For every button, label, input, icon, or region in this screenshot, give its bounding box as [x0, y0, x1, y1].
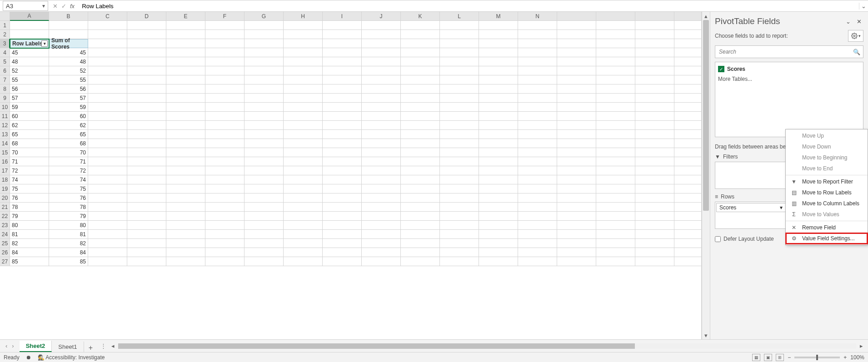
cell[interactable]	[205, 184, 244, 193]
cell[interactable]	[127, 221, 166, 230]
cell[interactable]	[323, 103, 362, 112]
cell[interactable]	[323, 57, 362, 66]
row-header[interactable]: 23	[0, 221, 10, 230]
cell[interactable]	[244, 84, 284, 94]
cell[interactable]	[205, 203, 244, 212]
cell[interactable]	[557, 30, 596, 39]
cell[interactable]	[401, 257, 440, 266]
rows-dropzone[interactable]: Scores▾	[715, 202, 787, 229]
cell-a21[interactable]: 78	[10, 203, 49, 212]
column-header[interactable]	[557, 12, 596, 21]
cell[interactable]	[323, 212, 362, 221]
cell[interactable]	[244, 130, 284, 139]
cell[interactable]	[362, 94, 401, 103]
cell[interactable]	[88, 103, 127, 112]
cell[interactable]	[635, 175, 674, 184]
cell[interactable]	[362, 230, 401, 239]
cell-b11[interactable]: 60	[49, 112, 88, 121]
cell[interactable]	[557, 39, 596, 48]
cell-a7[interactable]: 55	[10, 75, 49, 84]
cell[interactable]	[440, 121, 479, 130]
cell-b12[interactable]: 62	[49, 121, 88, 130]
cell[interactable]	[284, 130, 323, 139]
cell[interactable]	[674, 166, 702, 175]
cell[interactable]	[362, 75, 401, 84]
cell[interactable]	[323, 175, 362, 184]
cell[interactable]	[596, 184, 635, 193]
cell[interactable]	[127, 84, 166, 94]
cell[interactable]	[166, 112, 205, 121]
cell[interactable]	[166, 84, 205, 94]
cell[interactable]	[88, 66, 127, 75]
cell-b18[interactable]: 74	[49, 175, 88, 184]
row-header[interactable]: 25	[0, 239, 10, 248]
cell[interactable]	[127, 230, 166, 239]
cell[interactable]	[205, 48, 244, 57]
cell[interactable]	[323, 166, 362, 175]
menu-value-field-settings[interactable]: ⚙Value Field Settings...	[786, 233, 868, 244]
cell[interactable]	[166, 21, 205, 30]
cell[interactable]	[284, 39, 323, 48]
cell-a23[interactable]: 80	[10, 221, 49, 230]
row-header[interactable]: 15	[0, 148, 10, 157]
cell[interactable]	[244, 184, 284, 193]
scroll-right-icon[interactable]: ▸	[857, 342, 865, 349]
cell[interactable]	[323, 121, 362, 130]
cell[interactable]	[557, 75, 596, 84]
row-header[interactable]: 13	[0, 130, 10, 139]
row-header[interactable]: 21	[0, 203, 10, 212]
cell[interactable]	[166, 57, 205, 66]
cell[interactable]	[674, 221, 702, 230]
cell[interactable]	[674, 21, 702, 30]
cell[interactable]	[88, 221, 127, 230]
cell-a22[interactable]: 79	[10, 212, 49, 221]
cell[interactable]	[88, 184, 127, 193]
cell[interactable]	[479, 230, 518, 239]
column-header[interactable]: M	[479, 12, 518, 21]
zoom-in-icon[interactable]: +	[843, 354, 847, 361]
cell[interactable]	[518, 21, 557, 30]
column-header[interactable]	[674, 12, 702, 21]
cell[interactable]	[284, 57, 323, 66]
cell[interactable]	[362, 221, 401, 230]
cell[interactable]	[401, 193, 440, 203]
cell[interactable]	[557, 175, 596, 184]
cell[interactable]	[635, 103, 674, 112]
cell-a27[interactable]: 85	[10, 257, 49, 266]
page-break-view-icon[interactable]: ⊞	[776, 354, 784, 361]
cell[interactable]	[596, 66, 635, 75]
cell[interactable]	[362, 193, 401, 203]
cell[interactable]	[479, 112, 518, 121]
cell[interactable]	[127, 184, 166, 193]
row-header[interactable]: 18	[0, 175, 10, 184]
cell[interactable]	[596, 212, 635, 221]
cell-a26[interactable]: 84	[10, 248, 49, 257]
cell[interactable]	[362, 103, 401, 112]
cell[interactable]	[205, 75, 244, 84]
cell[interactable]	[205, 257, 244, 266]
cell-b23[interactable]: 80	[49, 221, 88, 230]
cell[interactable]	[557, 112, 596, 121]
sheet-tab-sheet2[interactable]: Sheet2	[20, 341, 52, 352]
cell[interactable]	[635, 48, 674, 57]
horizontal-scrollbar[interactable]: ⋮ ◂ ▸	[98, 342, 868, 349]
cell[interactable]	[401, 230, 440, 239]
cell[interactable]	[440, 84, 479, 94]
cell[interactable]	[596, 230, 635, 239]
cell[interactable]	[127, 148, 166, 157]
cell[interactable]	[205, 193, 244, 203]
menu-to-filter[interactable]: ▼Move to Report Filter	[786, 176, 868, 187]
cell[interactable]	[479, 75, 518, 84]
cell[interactable]	[518, 248, 557, 257]
cell[interactable]	[674, 121, 702, 130]
cell[interactable]	[88, 157, 127, 166]
cell[interactable]	[244, 121, 284, 130]
cell-a20[interactable]: 76	[10, 193, 49, 203]
cell[interactable]	[674, 175, 702, 184]
cell[interactable]	[401, 157, 440, 166]
cell[interactable]	[127, 139, 166, 148]
cell[interactable]	[284, 184, 323, 193]
row-header[interactable]: 12	[0, 121, 10, 130]
field-item-scores[interactable]: ✓ Scores	[718, 65, 860, 73]
cell[interactable]	[284, 157, 323, 166]
